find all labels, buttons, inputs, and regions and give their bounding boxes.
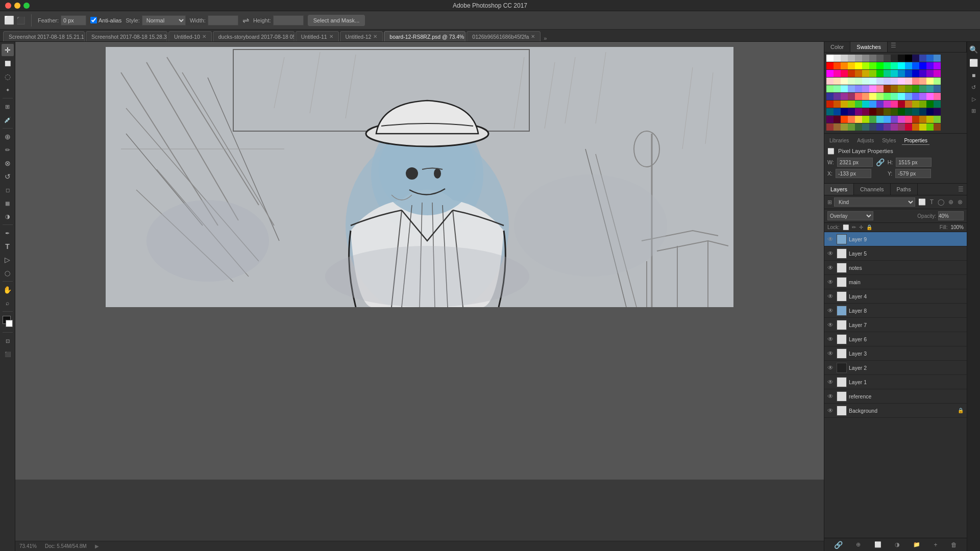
swatch-cell[interactable] — [834, 85, 841, 92]
swatch-cell[interactable] — [919, 78, 926, 85]
y-input[interactable] — [895, 169, 931, 178]
swatch-cell[interactable] — [884, 85, 891, 92]
move-tool[interactable]: ✛ — [2, 44, 14, 56]
visibility-icon[interactable]: 👁 — [827, 350, 835, 357]
swatch-cell[interactable] — [826, 78, 834, 85]
styles-tab[interactable]: Styles — [880, 137, 898, 145]
swatch-cell[interactable] — [855, 116, 862, 123]
pixel-filter-icon[interactable]: ⬜ — [917, 197, 927, 207]
swatch-cell[interactable] — [848, 78, 855, 85]
swatch-cell[interactable] — [834, 123, 841, 131]
swatch-cell[interactable] — [826, 93, 834, 100]
color-tab[interactable]: Color — [824, 42, 850, 52]
swatch-cell[interactable] — [834, 70, 841, 77]
visibility-icon[interactable]: 👁 — [827, 336, 835, 343]
feather-input[interactable] — [61, 15, 86, 26]
swatch-cell[interactable] — [884, 123, 891, 131]
lock-move-icon[interactable]: ✛ — [859, 224, 863, 230]
swatch-cell[interactable] — [905, 101, 912, 108]
shape-filter-icon[interactable]: ◯ — [937, 197, 945, 207]
swatch-cell[interactable] — [912, 123, 919, 131]
swatch-cell[interactable] — [898, 116, 905, 123]
swatch-cell[interactable] — [862, 123, 869, 131]
swatch-cell[interactable] — [934, 101, 941, 108]
swatch-cell[interactable] — [848, 85, 855, 92]
swatch-cell[interactable] — [905, 70, 912, 77]
swatch-cell[interactable] — [905, 108, 912, 115]
brush-tool[interactable]: ✏ — [2, 144, 14, 156]
tabs-overflow-icon[interactable]: » — [544, 35, 547, 41]
swatch-cell[interactable] — [841, 93, 848, 100]
swatch-cell[interactable] — [834, 55, 841, 62]
swatch-cell[interactable] — [826, 101, 834, 108]
swatch-cell[interactable] — [891, 108, 898, 115]
swatch-cell[interactable] — [862, 78, 869, 85]
eyedropper-tool[interactable]: 💉 — [2, 114, 14, 126]
swatch-cell[interactable] — [876, 108, 884, 115]
lasso-tool[interactable]: ◌ — [2, 70, 14, 83]
swatch-cell[interactable] — [862, 55, 869, 62]
swatch-cell[interactable] — [841, 85, 848, 92]
swatch-cell[interactable] — [826, 116, 834, 123]
gradient-tool[interactable]: ▦ — [2, 197, 14, 209]
visibility-icon[interactable]: 👁 — [827, 307, 835, 314]
swatch-cell[interactable] — [912, 78, 919, 85]
x-input[interactable] — [836, 169, 871, 178]
swatch-cell[interactable] — [934, 123, 941, 131]
swatch-cell[interactable] — [926, 85, 934, 92]
swatch-cell[interactable] — [891, 123, 898, 131]
new-layer-icon[interactable]: + — [934, 541, 938, 548]
swatch-cell[interactable] — [919, 85, 926, 92]
swatch-cell[interactable] — [926, 70, 934, 77]
swatch-cell[interactable] — [841, 55, 848, 62]
channels-tab[interactable]: Channels — [854, 184, 890, 195]
screen-mode-icon[interactable]: ⬛ — [2, 348, 14, 360]
swatch-cell[interactable] — [848, 116, 855, 123]
layer-mask-icon[interactable]: ⬜ — [874, 541, 881, 548]
swatch-cell[interactable] — [898, 78, 905, 85]
history-brush-tool[interactable]: ↺ — [2, 170, 14, 183]
swatch-cell[interactable] — [934, 78, 941, 85]
swatch-cell[interactable] — [898, 123, 905, 131]
actions-icon[interactable]: ▷ — [970, 94, 977, 104]
layer-row[interactable]: 👁 Layer 8 — [824, 304, 967, 318]
swatch-cell[interactable] — [912, 55, 919, 62]
minimize-button[interactable] — [14, 3, 20, 9]
tab-ducks[interactable]: ducks-storyboard 2017-08-18 05.08.18.gif… — [213, 31, 295, 41]
swatch-cell[interactable] — [912, 101, 919, 108]
swatch-cell[interactable] — [862, 85, 869, 92]
swatch-cell[interactable] — [898, 62, 905, 69]
swatch-cell[interactable] — [912, 62, 919, 69]
close-button[interactable] — [5, 3, 11, 9]
swatch-cell[interactable] — [919, 62, 926, 69]
swatch-cell[interactable] — [919, 116, 926, 123]
swatch-cell[interactable] — [869, 70, 876, 77]
layer-row[interactable]: 👁 Layer 4 — [824, 289, 967, 304]
swatch-cell[interactable] — [834, 62, 841, 69]
swatch-cell[interactable] — [891, 101, 898, 108]
swatch-cell[interactable] — [841, 101, 848, 108]
swatch-cell[interactable] — [926, 116, 934, 123]
kind-select[interactable]: Kind Name Effect Mode Attribute Color Sm… — [834, 197, 915, 207]
visibility-icon[interactable]: 👁 — [827, 393, 835, 400]
swap-icon[interactable]: ⇌ — [242, 15, 249, 25]
swatch-cell[interactable] — [841, 62, 848, 69]
swatch-cell[interactable] — [934, 55, 941, 62]
swatch-cell[interactable] — [912, 93, 919, 100]
visibility-icon[interactable]: 👁 — [827, 264, 835, 271]
swatch-cell[interactable] — [848, 55, 855, 62]
new-group-icon[interactable]: 📁 — [913, 541, 920, 548]
swatch-cell[interactable] — [934, 70, 941, 77]
swatch-cell[interactable] — [905, 55, 912, 62]
swatch-cell[interactable] — [855, 62, 862, 69]
swatch-cell[interactable] — [876, 78, 884, 85]
swatch-cell[interactable] — [869, 78, 876, 85]
select-mask-button[interactable]: Select and Mask... — [308, 15, 365, 26]
quick-mask-icon[interactable]: ⊡ — [2, 335, 14, 347]
antialias-checkbox[interactable] — [90, 17, 97, 23]
delete-layer-icon[interactable]: 🗑 — [951, 541, 957, 548]
swatch-cell[interactable] — [869, 85, 876, 92]
swatch-cell[interactable] — [926, 101, 934, 108]
swatch-cell[interactable] — [919, 93, 926, 100]
swatch-cell[interactable] — [926, 55, 934, 62]
